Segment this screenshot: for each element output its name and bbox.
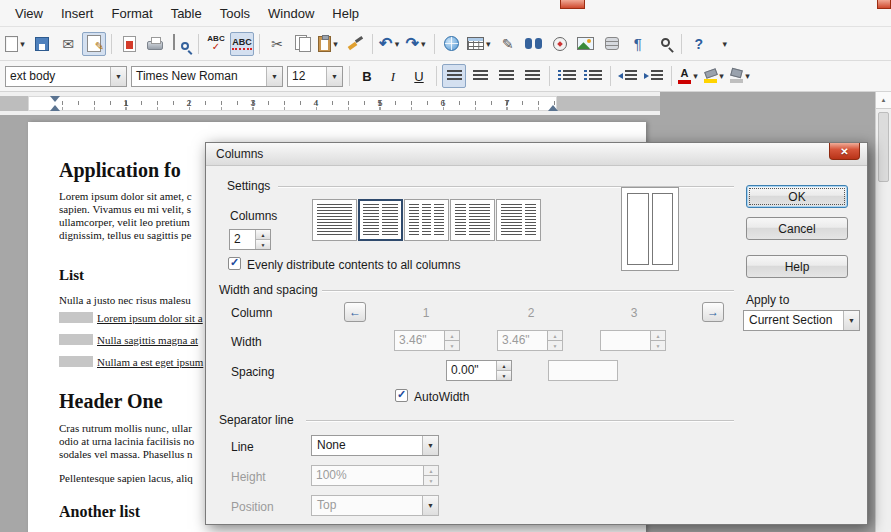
find-replace-button[interactable] xyxy=(522,32,546,56)
help-button[interactable]: Help xyxy=(746,255,848,278)
paragraph-line: odio at urna lacinia facilisis no xyxy=(59,435,205,448)
line-style-dropdown[interactable]: None xyxy=(311,435,439,456)
previous-column-button[interactable] xyxy=(344,302,366,322)
chevron-down-icon[interactable] xyxy=(266,67,282,86)
navigator-button[interactable] xyxy=(548,32,572,56)
cancel-button[interactable]: Cancel xyxy=(746,217,848,240)
spin-down-icon[interactable] xyxy=(497,370,511,380)
dialog-title-bar[interactable]: Columns xyxy=(206,143,867,166)
formatting-marks-button[interactable]: ¶ xyxy=(626,32,650,56)
bold-button[interactable]: B xyxy=(355,64,379,88)
chevron-down-icon[interactable] xyxy=(110,67,126,86)
chevron-down-icon[interactable] xyxy=(691,65,700,87)
background-color-button[interactable] xyxy=(729,64,753,88)
menu-window[interactable]: Window xyxy=(259,2,323,25)
apply-to-dropdown[interactable]: Current Section xyxy=(743,310,860,331)
menu-help[interactable]: Help xyxy=(323,2,368,25)
chevron-down-icon[interactable] xyxy=(331,33,340,55)
chevron-down-icon[interactable] xyxy=(843,311,859,330)
table-grid-icon xyxy=(467,37,484,50)
preset-one-column[interactable] xyxy=(312,199,357,241)
ok-button[interactable]: OK xyxy=(746,185,848,208)
chevron-down-icon[interactable] xyxy=(484,33,493,55)
list-item: Nulla sagittis magna at xyxy=(59,332,205,347)
print-button[interactable] xyxy=(143,32,167,56)
bullet-list-button[interactable] xyxy=(581,64,605,88)
chevron-down-icon[interactable] xyxy=(743,65,752,87)
scrollbar-thumb[interactable] xyxy=(878,112,889,182)
align-right-button[interactable] xyxy=(494,64,518,88)
cut-button[interactable]: ✂ xyxy=(265,32,289,56)
first-line-indent-marker[interactable] xyxy=(50,96,60,102)
clone-formatting-button[interactable] xyxy=(343,32,367,56)
chevron-down-icon[interactable] xyxy=(392,33,401,55)
gallery-button[interactable] xyxy=(574,32,598,56)
spin-up-icon[interactable] xyxy=(497,361,511,370)
export-pdf-button[interactable] xyxy=(117,32,141,56)
font-size-combo[interactable]: 12 xyxy=(287,66,343,87)
evenly-distribute-label[interactable]: Evenly distribute contents to all column… xyxy=(247,258,460,272)
edit-mode-toggle[interactable]: ✎ xyxy=(82,32,106,56)
align-center-button[interactable] xyxy=(468,64,492,88)
highlighting-button[interactable] xyxy=(703,64,727,88)
preset-left-narrow[interactable] xyxy=(450,199,495,241)
paste-button[interactable] xyxy=(317,32,341,56)
underline-button[interactable]: U xyxy=(407,64,431,88)
align-justify-button[interactable] xyxy=(520,64,544,88)
increase-indent-button[interactable] xyxy=(642,64,666,88)
menu-tools[interactable]: Tools xyxy=(211,2,259,25)
align-left-button[interactable] xyxy=(442,64,466,88)
left-indent-marker[interactable] xyxy=(50,105,60,111)
hyperlink-button[interactable] xyxy=(440,32,464,56)
next-column-button[interactable] xyxy=(702,302,724,322)
chevron-down-icon[interactable] xyxy=(717,65,726,87)
preset-three-columns[interactable] xyxy=(404,199,449,241)
autowidth-checkbox[interactable] xyxy=(395,389,408,402)
dialog-close-button[interactable] xyxy=(829,143,860,160)
undo-button[interactable]: ↶ xyxy=(378,32,402,56)
decrease-indent-button[interactable] xyxy=(616,64,640,88)
menu-insert[interactable]: Insert xyxy=(52,2,103,25)
show-draw-functions-button[interactable]: ✎ xyxy=(496,32,520,56)
chevron-down-icon[interactable] xyxy=(18,33,27,55)
redo-button[interactable]: ↷ xyxy=(404,32,428,56)
zoom-button[interactable] xyxy=(652,32,676,56)
evenly-distribute-checkbox[interactable] xyxy=(228,257,241,270)
spinner-buttons[interactable] xyxy=(496,361,511,380)
save-button[interactable] xyxy=(30,32,54,56)
preset-right-narrow[interactable] xyxy=(496,199,541,241)
help-button[interactable]: ? xyxy=(687,32,711,56)
align-center-icon xyxy=(473,70,488,82)
chevron-down-icon[interactable] xyxy=(419,33,428,55)
menu-table[interactable]: Table xyxy=(162,2,211,25)
preset-two-columns-selected[interactable] xyxy=(358,199,403,241)
font-color-button[interactable]: A xyxy=(677,64,701,88)
font-name-combo[interactable]: Times New Roman xyxy=(131,66,283,87)
spacing-spinner-1[interactable]: 0.00" xyxy=(446,360,512,381)
copy-button[interactable] xyxy=(291,32,315,56)
paragraph-style-combo[interactable]: ext body xyxy=(5,66,127,87)
chevron-down-icon xyxy=(422,496,438,515)
menu-format[interactable]: Format xyxy=(102,2,161,25)
chevron-down-icon[interactable] xyxy=(422,436,438,455)
right-indent-marker[interactable] xyxy=(548,105,558,111)
spinner-buttons[interactable] xyxy=(255,230,270,249)
spelling-button[interactable]: ABC✓ xyxy=(204,32,228,56)
numbered-list-button[interactable] xyxy=(555,64,579,88)
columns-count-spinner[interactable]: 2 xyxy=(229,229,271,250)
new-document-button[interactable] xyxy=(4,32,28,56)
email-button[interactable]: ✉ xyxy=(56,32,80,56)
chevron-down-icon[interactable] xyxy=(326,67,342,86)
insert-table-button[interactable] xyxy=(466,32,494,56)
autospellcheck-toggle[interactable]: ABC xyxy=(230,32,254,56)
italic-button[interactable]: I xyxy=(381,64,405,88)
data-sources-button[interactable] xyxy=(600,32,624,56)
spin-down-icon[interactable] xyxy=(256,239,270,249)
scroll-up-button[interactable] xyxy=(876,92,891,109)
page-preview-button[interactable] xyxy=(169,32,193,56)
vertical-scrollbar[interactable] xyxy=(875,92,891,532)
autowidth-label[interactable]: AutoWidth xyxy=(414,390,469,404)
spin-up-icon[interactable] xyxy=(256,230,270,239)
menu-view[interactable]: View xyxy=(6,2,52,25)
toolbar-options-button[interactable] xyxy=(713,32,737,56)
